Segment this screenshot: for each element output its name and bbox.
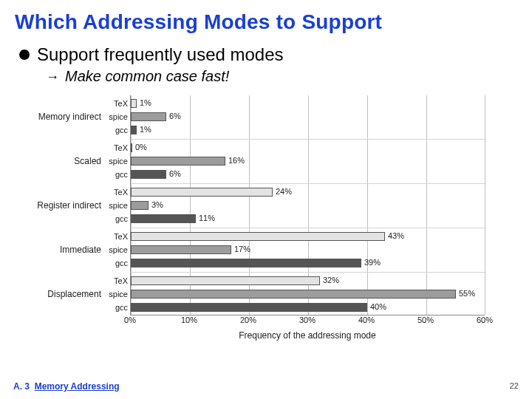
chart-bar <box>131 126 137 134</box>
chart-group-immediate: Immediate TeX spice gcc 43% 17% 39% <box>131 228 485 273</box>
chart-value-label: 43% <box>388 231 404 240</box>
subbullet-rest: common case fast! <box>101 68 229 84</box>
chart-row-label: TeX <box>103 276 128 285</box>
chart-row-label: TeX <box>103 143 128 152</box>
chart-value-label: 6% <box>169 169 181 178</box>
chart-value-label: 55% <box>459 289 475 298</box>
bullet-level1: Support frequently used modes <box>19 44 517 65</box>
chart-plot-area: Memory indirect TeX spice gcc 1% 6% 1% S… <box>130 95 485 316</box>
chart-group-register-indirect: Register indirect TeX spice gcc 24% 3% 1… <box>131 184 485 228</box>
chart-value-label: 24% <box>276 187 292 196</box>
chart-row-label: TeX <box>103 99 128 108</box>
slide: Which Addressing Modes to Support Suppor… <box>0 0 532 399</box>
arrow-right-icon: → <box>46 70 59 83</box>
chart-value-label: 0% <box>135 143 147 151</box>
chart-gridline <box>485 95 485 315</box>
chart-bar <box>131 259 361 267</box>
chart-xtick: 40% <box>358 316 375 324</box>
chart-category-label: Register indirect <box>27 200 101 211</box>
chart-value-label: 11% <box>199 214 215 222</box>
chart-bar <box>131 245 231 254</box>
chart-row-label: gcc <box>103 259 128 267</box>
chart-bar <box>131 112 166 121</box>
chart-row-label: spice <box>103 245 128 254</box>
footer-section: A. 3 Memory Addressing <box>13 381 120 392</box>
chart-xtick: 0% <box>124 316 136 324</box>
page-number: 22 <box>510 381 519 390</box>
chart-bar <box>131 143 132 152</box>
chart-value-label: 1% <box>140 125 151 134</box>
chart-row-label: gcc <box>103 170 128 179</box>
chart-row-label: spice <box>103 157 128 166</box>
chart-category-label: Memory indirect <box>27 112 101 122</box>
chart-bar <box>131 188 273 197</box>
chart-category-label: Displacement <box>27 289 101 299</box>
subbullet-make: Make <box>65 68 101 84</box>
chart-row-label: gcc <box>103 126 128 134</box>
chart-bar <box>131 232 385 241</box>
chart-xtick: 20% <box>240 316 256 324</box>
chart-xtick: 50% <box>417 316 434 324</box>
chart-xtick: 30% <box>299 316 316 324</box>
chart-group-displacement: Displacement TeX spice gcc 32% 55% 40% <box>131 273 485 316</box>
chart-value-label: 39% <box>364 258 381 267</box>
chart-bar <box>131 201 149 210</box>
chart-bar <box>131 157 225 166</box>
chart-value-label: 40% <box>370 302 386 311</box>
chart-xtick: 10% <box>181 316 197 324</box>
chart-category-label: Immediate <box>27 245 101 255</box>
chart-value-label: 16% <box>228 156 245 165</box>
bullet-level2: → Make common case fast! <box>46 68 517 85</box>
chart-bar <box>131 290 456 299</box>
chart-value-label: 17% <box>234 245 250 253</box>
chart-bar <box>131 303 367 312</box>
chart-row-label: TeX <box>103 232 128 241</box>
bullet-dot-icon <box>19 50 30 60</box>
bullet-text: Support frequently used modes <box>37 44 284 65</box>
chart-row-label: gcc <box>103 303 128 312</box>
subbullet-text: Make common case fast! <box>65 68 229 85</box>
footer-topic: Memory Addressing <box>35 381 120 392</box>
chart-bar <box>131 276 320 285</box>
chart-value-label: 1% <box>140 98 151 107</box>
chart-group-memory-indirect: Memory indirect TeX spice gcc 1% 6% 1% <box>131 95 485 140</box>
chart-bar <box>131 99 137 108</box>
chart-xlabel: Frequency of the addressing mode <box>130 330 485 341</box>
chart-xtick: 60% <box>477 316 493 324</box>
chart-bar <box>131 214 196 223</box>
chart-row-label: spice <box>103 290 128 299</box>
chart-row-label: TeX <box>103 188 128 197</box>
chart: Memory indirect TeX spice gcc 1% 6% 1% S… <box>27 91 499 349</box>
chart-group-scaled: Scaled TeX spice gcc 0% 16% 6% <box>131 140 485 184</box>
chart-row-label: spice <box>103 112 128 121</box>
chart-value-label: 32% <box>323 276 339 284</box>
chart-bar <box>131 170 166 179</box>
chart-row-label: spice <box>103 201 128 210</box>
page-title: Which Addressing Modes to Support <box>15 10 517 34</box>
chart-row-label: gcc <box>103 214 128 223</box>
chart-category-label: Scaled <box>27 156 101 166</box>
chart-value-label: 3% <box>151 200 163 209</box>
footer-section-number: A. 3 <box>13 381 30 392</box>
chart-value-label: 6% <box>169 112 181 120</box>
